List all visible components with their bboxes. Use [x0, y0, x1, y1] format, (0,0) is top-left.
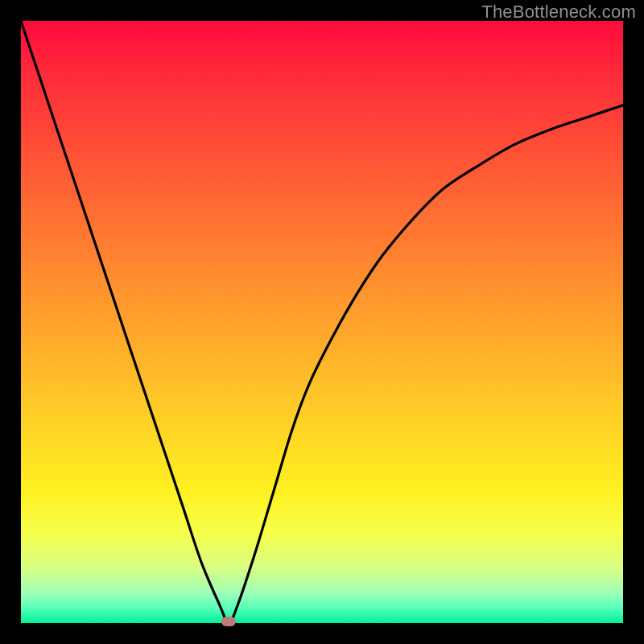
watermark-text: TheBottleneck.com	[481, 2, 636, 23]
plot-area	[21, 21, 623, 623]
bottleneck-curve	[21, 21, 623, 623]
outer-frame: TheBottleneck.com	[0, 0, 644, 644]
minimum-marker	[221, 617, 236, 626]
